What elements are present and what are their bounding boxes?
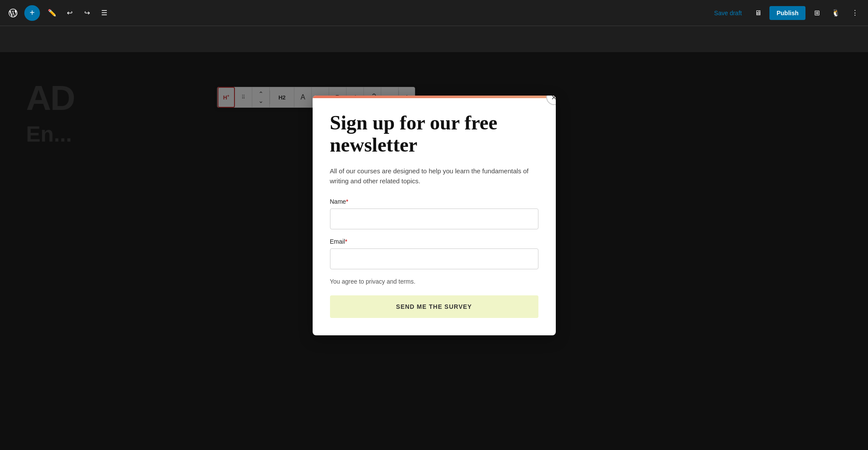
save-draft-button[interactable]: Save draft <box>709 7 747 19</box>
preview-button[interactable]: 🖥 <box>750 5 766 21</box>
email-input[interactable] <box>330 248 538 269</box>
privacy-text: You agree to privacy and terms. <box>330 278 538 285</box>
close-icon: ✕ <box>551 96 556 102</box>
publish-button[interactable]: Publish <box>769 6 805 20</box>
layout-icon: ⊞ <box>814 9 820 17</box>
edit-mode-button[interactable]: ✏️ <box>44 5 60 21</box>
plus-icon: + <box>30 8 35 18</box>
modal-wrapper: ✕ Sign up for our free newsletter All of… <box>313 96 556 335</box>
list-icon: ☰ <box>101 9 107 17</box>
list-view-button[interactable]: ☰ <box>96 5 112 21</box>
toolbar-right: Save draft 🖥 Publish ⊞ 🐧 ⋮ <box>709 5 863 21</box>
monitor-icon: 🖥 <box>755 9 762 17</box>
modal-body: Sign up for our free newsletter All of o… <box>313 98 556 335</box>
layout-button[interactable]: ⊞ <box>809 5 825 21</box>
pencil-icon: ✏️ <box>48 9 56 17</box>
ellipsis-icon: ⋮ <box>851 9 858 17</box>
wp-logo[interactable] <box>5 5 21 21</box>
user-icon: 🐧 <box>832 9 840 17</box>
modal-overlay: ✕ Sign up for our free newsletter All of… <box>0 52 868 450</box>
more-options-button[interactable]: ⋮ <box>847 5 863 21</box>
redo-icon: ↪ <box>84 9 90 17</box>
redo-button[interactable]: ↪ <box>79 5 95 21</box>
email-label: Email* <box>330 238 538 245</box>
main-content: AD En... H+ ⠿ ⌃⌄ H2 A ≡ B I <box>0 26 868 450</box>
name-label: Name* <box>330 198 538 205</box>
top-toolbar: + ✏️ ↩ ↪ ☰ Save draft 🖥 Publish ⊞ 🐧 ⋮ <box>0 0 868 26</box>
undo-icon: ↩ <box>67 9 73 17</box>
submit-button[interactable]: SEND ME THE SURVEY <box>330 295 538 318</box>
modal-description: All of our courses are designed to help … <box>330 166 538 186</box>
newsletter-modal: ✕ Sign up for our free newsletter All of… <box>313 96 556 335</box>
modal-title: Sign up for our free newsletter <box>330 112 538 156</box>
add-block-button[interactable]: + <box>24 5 40 21</box>
name-input[interactable] <box>330 208 538 229</box>
user-button[interactable]: 🐧 <box>828 5 844 21</box>
undo-button[interactable]: ↩ <box>62 5 77 21</box>
